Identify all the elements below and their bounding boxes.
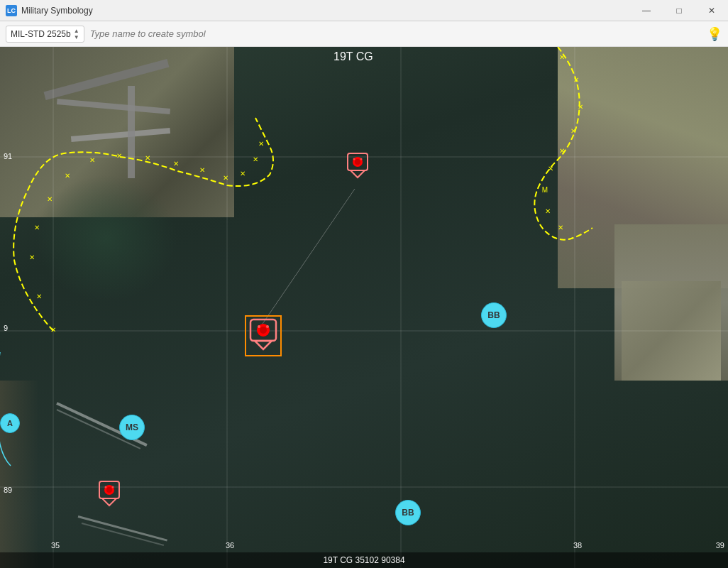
app-icon: LC bbox=[6, 5, 17, 16]
symbol-bb-2[interactable]: BB bbox=[395, 500, 421, 525]
standard-selector[interactable]: MIL-STD 2525b ▲ ▼ bbox=[6, 26, 84, 43]
svg-marker-49 bbox=[102, 498, 116, 506]
shallow-water-1 bbox=[35, 175, 177, 302]
window-title: Military Symbology bbox=[21, 6, 93, 16]
dock-area bbox=[622, 281, 721, 381]
symbol-bb-1[interactable]: BB bbox=[481, 302, 507, 328]
grid-num-89: 89 bbox=[4, 486, 12, 494]
svg-marker-37 bbox=[351, 170, 365, 178]
svg-point-41 bbox=[258, 325, 260, 328]
svg-point-48 bbox=[112, 486, 114, 488]
toolbar: MIL-STD 2525b ▲ ▼ 💡 bbox=[0, 21, 728, 47]
bb-circle-2[interactable]: BB bbox=[395, 500, 421, 525]
close-button[interactable]: ✕ bbox=[695, 0, 728, 21]
symbol-search-input[interactable] bbox=[90, 28, 701, 39]
bb-circle-1[interactable]: BB bbox=[481, 302, 507, 328]
standard-label: MIL-STD 2525b bbox=[11, 29, 71, 39]
ms-circle[interactable]: MS bbox=[119, 415, 145, 440]
svg-point-40 bbox=[260, 327, 267, 334]
svg-point-34 bbox=[355, 159, 360, 165]
grid-num-9: 9 bbox=[4, 324, 8, 332]
coord-display: 19T CG 35102 90384 bbox=[323, 555, 404, 565]
symbol-a[interactable]: A bbox=[0, 413, 20, 433]
grid-num-91: 91 bbox=[4, 152, 12, 160]
symbol-ms[interactable]: MS bbox=[119, 415, 145, 440]
hostile-unit-3[interactable] bbox=[98, 480, 121, 507]
minimize-button[interactable]: — bbox=[630, 0, 663, 21]
svg-point-47 bbox=[105, 486, 107, 488]
bulb-icon[interactable]: 💡 bbox=[707, 26, 722, 42]
map-canvas[interactable]: ✕ ✕ ✕ ✕ ✕ ✕ ✕ ✕ ✕ ✕ ✕ ✕ ✕ ✕ ✕ ✕ ✕ ✕ ✕ ✕ … bbox=[0, 47, 728, 568]
window-controls: — □ ✕ bbox=[630, 0, 728, 21]
svg-point-42 bbox=[266, 325, 269, 328]
land-left-edge bbox=[0, 381, 39, 568]
title-bar: LC Military Symbology — □ ✕ bbox=[0, 0, 728, 21]
runway-4 bbox=[128, 86, 135, 178]
status-bar: 19T CG 35102 90384 bbox=[0, 552, 728, 568]
grid-num-35: 35 bbox=[51, 541, 60, 550]
grid-num-36: 36 bbox=[226, 541, 234, 550]
svg-marker-43 bbox=[255, 341, 272, 349]
selector-arrows[interactable]: ▲ ▼ bbox=[74, 28, 79, 40]
grid-num-38: 38 bbox=[573, 541, 582, 550]
hostile-unit-2-selected[interactable] bbox=[249, 318, 277, 351]
grid-label-main: 19T CG bbox=[333, 50, 373, 63]
svg-point-35 bbox=[353, 158, 355, 160]
svg-point-46 bbox=[106, 487, 112, 493]
maximize-button[interactable]: □ bbox=[663, 0, 695, 21]
a-circle[interactable]: A bbox=[0, 413, 20, 433]
grid-num-39: 39 bbox=[716, 541, 724, 550]
svg-point-36 bbox=[360, 158, 363, 160]
hostile-unit-1[interactable] bbox=[346, 152, 369, 179]
